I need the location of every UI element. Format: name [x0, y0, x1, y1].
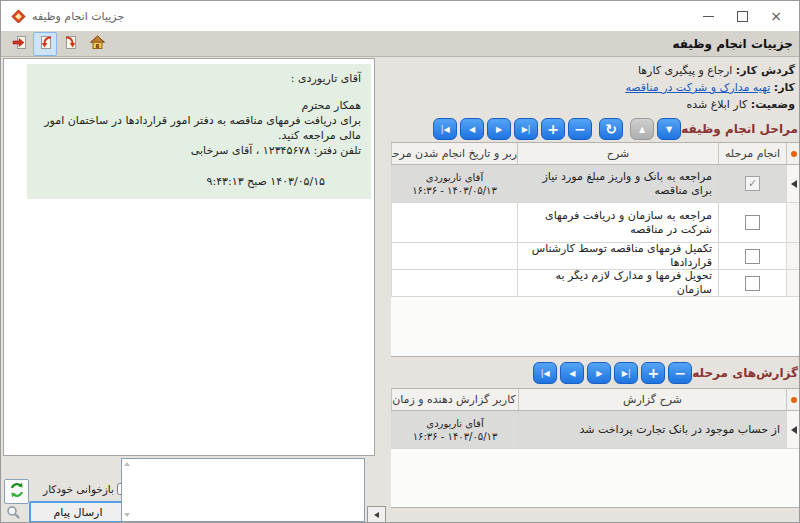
stage-done-cell[interactable] — [718, 243, 786, 270]
stages-prev-button[interactable]: ◀ — [460, 118, 484, 140]
indicator-column-header — [786, 389, 800, 411]
stage-done-checkbox[interactable] — [745, 176, 760, 191]
main-area: آقای تاریوردی : همکار محترم برای دریافت … — [1, 57, 800, 523]
refresh-icon — [9, 482, 25, 501]
stage-user-cell[interactable] — [391, 243, 517, 270]
reports-grid: شرح گزارش نام کاربر گزارش دهنده و زمان آ… — [391, 388, 800, 508]
move-down-icon: ▼ — [666, 125, 672, 134]
search-icon[interactable] — [6, 505, 21, 523]
record-indicator — [786, 203, 800, 243]
message-bubble: آقای تاریوردی : همکار محترم برای دریافت … — [27, 64, 371, 199]
reports-next-button[interactable]: ▶ — [587, 362, 611, 384]
report-desc-cell[interactable]: از حساب موجود در بانک تجارت پرداخت شد — [518, 411, 786, 449]
stage-done-checkbox[interactable] — [745, 249, 760, 264]
stage-done-cell[interactable] — [718, 203, 786, 243]
grid-empty-area — [391, 297, 800, 356]
delete-record-icon: − — [574, 124, 586, 134]
stage-done-checkbox[interactable] — [745, 215, 760, 230]
stage-user-cell[interactable] — [391, 270, 517, 297]
exit-task-button[interactable] — [7, 32, 31, 56]
task-link[interactable]: تهیه مدارک و شرکت در مناقصه — [625, 81, 770, 94]
record-indicator — [786, 165, 800, 203]
stages-move-down-button[interactable]: ▼ — [657, 118, 681, 140]
add-record-icon: + — [647, 368, 659, 378]
column-header-report-user[interactable]: نام کاربر گزارش دهنده و زمان آن — [391, 389, 518, 411]
stages-last-button[interactable]: ▶| — [514, 118, 538, 140]
workflow-value: ارجاع و پیگیری کارها — [638, 64, 732, 77]
column-header-user[interactable]: کاربر و تاریخ انجام شدن مرحله — [391, 143, 517, 165]
reports-add-button[interactable]: + — [641, 362, 665, 384]
reports-delete-button[interactable]: − — [668, 362, 692, 384]
toolbar: جزییات انجام وظیفه — [1, 31, 799, 57]
first-record-icon: |◀ — [441, 125, 450, 134]
reports-title: گزارش‌های مرحله — [692, 366, 798, 380]
stages-header: مراحل انجام وظیفه |◀ ◀ ▶ ▶| + − ↻ ▲ ▼ — [391, 116, 800, 142]
stages-navigator: |◀ ◀ ▶ ▶| + − ↻ ▲ ▼ — [433, 118, 681, 140]
stage-done-cell[interactable] — [718, 270, 786, 297]
stage-desc-cell[interactable]: تحویل فرمها و مدارک لازم دیگر به سازمان — [517, 270, 718, 297]
auto-reload-label: بازخوانی خودکار — [43, 483, 114, 495]
stage-user-cell[interactable] — [391, 203, 517, 243]
home-icon — [89, 34, 106, 54]
stages-title: مراحل انجام وظیفه — [681, 122, 798, 136]
stages-refresh-button[interactable]: ↻ — [599, 118, 623, 140]
reports-navigator: |◀ ◀ ▶ ▶| + − — [533, 362, 692, 384]
stages-first-button[interactable]: |◀ — [433, 118, 457, 140]
maximize-icon — [737, 11, 748, 22]
home-button[interactable] — [85, 32, 109, 56]
close-button[interactable]: × — [759, 1, 793, 31]
prev-record-icon: ◀ — [469, 125, 475, 134]
stage-done-cell[interactable] — [718, 165, 786, 203]
column-header-done[interactable]: انجام مرحله — [718, 143, 786, 165]
window-titlebar: جزییات انجام وظیفه × — [1, 1, 799, 31]
reports-last-button[interactable]: ▶| — [614, 362, 638, 384]
stage-desc-cell[interactable]: تکمیل فرمهای مناقصه توسط کارشناس قرارداد… — [517, 243, 718, 270]
report-user-cell[interactable]: آقای تاریوردی ۱۴۰۳/۰۵/۱۳ - ۱۶:۳۶ — [391, 411, 518, 449]
refresh-records-icon: ↻ — [605, 121, 617, 137]
stage-user: آقای تاریوردی — [426, 171, 483, 184]
column-header-report-desc[interactable]: شرح گزارش — [518, 389, 786, 411]
page-title: جزییات انجام وظیفه — [672, 37, 793, 51]
minimize-button[interactable] — [691, 1, 725, 31]
status-label: وضعیت: — [751, 98, 795, 111]
return-task-icon — [37, 34, 54, 54]
task-details-window: جزییات انجام وظیفه × جزی — [0, 0, 800, 523]
required-marker-icon — [791, 151, 797, 157]
workflow-label: گردش کار: — [736, 64, 795, 77]
status-value: کار ابلاغ شده — [686, 98, 747, 111]
move-up-icon: ▲ — [639, 125, 645, 134]
window-title: جزییات انجام وظیفه — [32, 10, 124, 23]
next-record-icon: ▶ — [496, 125, 502, 134]
return-task-button[interactable] — [33, 32, 57, 56]
status-row: وضعیت: کار ابلاغ شده — [391, 96, 795, 113]
stages-grid: انجام مرحله شرح کاربر و تاریخ انجام شدن … — [391, 142, 800, 357]
stages-next-button[interactable]: ▶ — [487, 118, 511, 140]
message-input[interactable] — [121, 458, 365, 522]
stages-move-up-button[interactable]: ▲ — [630, 118, 654, 140]
stage-desc-cell[interactable]: مراجعه به سازمان و دریافت فرمهای شرکت در… — [517, 203, 718, 243]
reports-prev-button[interactable]: ◀ — [560, 362, 584, 384]
record-indicator — [786, 243, 800, 270]
stages-delete-button[interactable]: − — [568, 118, 592, 140]
messages-panel[interactable]: آقای تاریوردی : همکار محترم برای دریافت … — [3, 58, 375, 456]
message-sender: آقای تاریوردی : — [37, 71, 361, 86]
current-record-pointer-icon — [791, 180, 797, 188]
refresh-messages-button[interactable] — [4, 479, 29, 504]
current-record-pointer-icon — [791, 426, 797, 434]
reports-first-button[interactable]: |◀ — [533, 362, 557, 384]
stage-desc-cell[interactable]: مراجعه به بانک و واریز مبلغ مورد نیاز بر… — [517, 165, 718, 203]
forward-task-button[interactable] — [59, 32, 83, 56]
stage-user-cell[interactable]: آقای تاریوردی ۱۴۰۳/۰۵/۱۳ - ۱۶:۳۶ — [391, 165, 517, 203]
stages-add-button[interactable]: + — [541, 118, 565, 140]
task-panel: گردش کار: ارجاع و پیگیری کارها کار: تهیه… — [391, 57, 800, 523]
grid-empty-area — [391, 449, 800, 507]
delete-record-icon: − — [674, 368, 686, 378]
next-record-icon: ▶ — [596, 369, 602, 378]
stage-done-checkbox[interactable] — [745, 276, 760, 291]
task-row: کار: تهیه مدارک و شرکت در مناقصه — [391, 79, 795, 96]
maximize-button[interactable] — [725, 1, 759, 31]
column-header-desc[interactable]: شرح — [517, 143, 718, 165]
auto-reload-option[interactable]: بازخوانی خودکار — [35, 481, 129, 497]
send-message-button[interactable]: ارسال پیام — [29, 501, 127, 523]
scroll-left-button[interactable] — [367, 506, 386, 523]
